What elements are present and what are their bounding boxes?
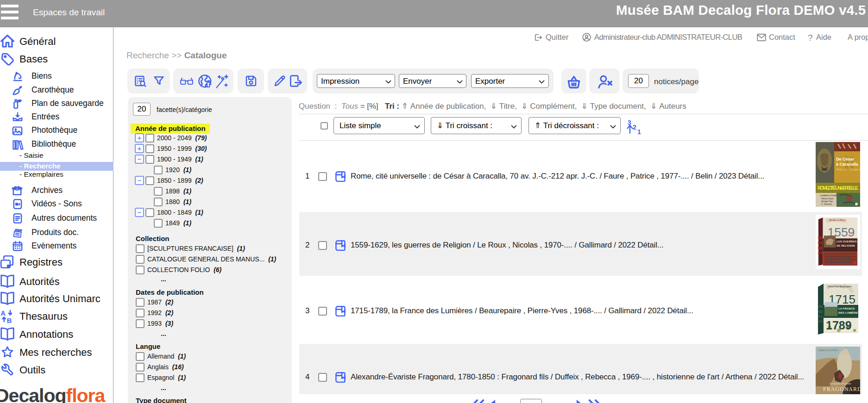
svg-text:C. Virlouvet: C. Virlouvet [821,203,832,205]
svg-text:Patrice Faure: Patrice Faure [821,198,834,200]
svg-text:à Caracalla: à Caracalla [836,162,859,167]
svg-text:LA FRANCE: LA FRANCE [838,307,855,310]
svg-text:HOMMES & RUINES: HOMMES & RUINES [820,194,838,197]
svg-text:REBECCA DUFFEIX: REBECCA DUFFEIX [818,349,838,352]
svg-text:DE RELIGION: DE RELIGION [837,244,855,247]
svg-text:De César: De César [836,157,855,161]
svg-text:1789: 1789 [826,319,852,332]
svg-text:A: A [0,310,6,317]
svg-text:LES GUERRES: LES GUERRES [837,240,856,243]
svg-text:1789: 1789 [818,303,824,323]
svg-text:Alexandre-Évariste: Alexandre-Évariste [829,382,851,385]
svg-text:Nicolas Tran: Nicolas Tran [821,200,833,203]
svg-text:Nicolas Le Roux: Nicolas Le Roux [829,219,845,221]
svg-text:1: 1 [637,128,641,135]
svg-text:B: B [7,317,12,323]
svg-text:Pierre-Yves Beaurepaire: Pierre-Yves Beaurepaire [828,285,852,288]
svg-text:70 av. J.-C. - 212 apr. J.-C.: 70 av. J.-C. - 212 apr. J.-C. [836,168,860,171]
svg-text:DES LUMIÈRES: DES LUMIÈRES [838,311,860,314]
svg-text:FRAGONARD: FRAGONARD [823,386,860,392]
svg-text:1629: 1629 [828,254,850,266]
svg-text:1629: 1629 [817,234,824,254]
svg-text:ROME, CITÉ UNIVERSELLE: ROME, CITÉ UNIVERSELLE [818,185,858,191]
svg-text:2: 2 [633,124,636,131]
